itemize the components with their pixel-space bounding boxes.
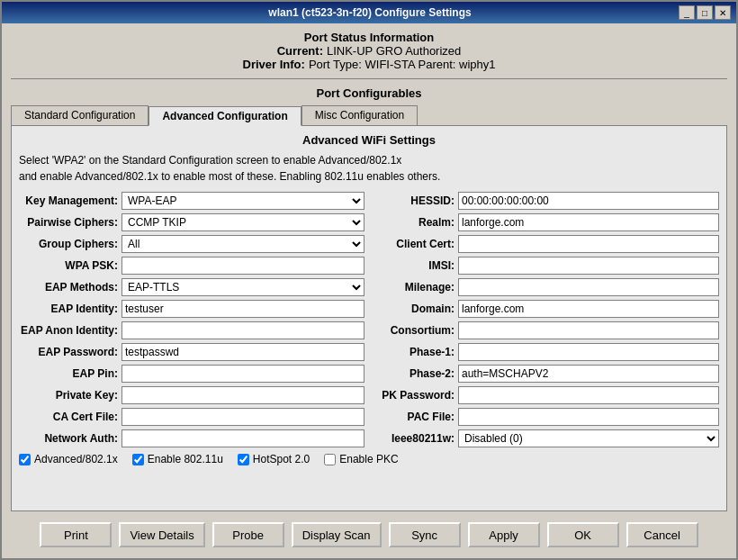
checkboxes-row: Advanced/802.1x Enable 802.11u HotSpot 2… xyxy=(19,453,719,465)
hessid-input[interactable] xyxy=(458,192,719,210)
current-value: LINK-UP GRO Authorized xyxy=(327,44,461,58)
enable-802-11u-label: Enable 802.11u xyxy=(148,453,223,465)
right-col: HESSID: Realm: Client Cert: xyxy=(374,192,719,447)
tab-content-advanced: Advanced WiFi Settings Select 'WPA2' on … xyxy=(11,125,727,511)
display-scan-button[interactable]: Display Scan xyxy=(292,522,382,547)
eap-methods-label: EAP Methods: xyxy=(19,281,118,294)
pac-file-input[interactable] xyxy=(458,408,719,426)
wpa-psk-label: WPA PSK: xyxy=(19,259,118,272)
client-cert-input[interactable] xyxy=(458,235,719,253)
probe-button[interactable]: Probe xyxy=(212,522,284,547)
driver-row: Driver Info: Port Type: WIFI-STA Parent:… xyxy=(11,58,727,71)
close-button[interactable]: ✕ xyxy=(715,5,731,20)
wpa-psk-row: WPA PSK: xyxy=(19,257,364,275)
enable-pkc-checkbox-item[interactable]: Enable PKC xyxy=(324,453,398,465)
private-key-row: Private Key: xyxy=(19,386,364,404)
ieee80211w-label: Ieee80211w: xyxy=(374,432,454,445)
group-ciphers-select[interactable]: All CCMP TKIP xyxy=(122,235,364,253)
pairwise-ciphers-select[interactable]: CCMP TKIP CCMP TKIP xyxy=(122,213,364,231)
eap-password-label: EAP Password: xyxy=(19,346,118,358)
tab-standard[interactable]: Standard Configuration xyxy=(11,105,148,125)
realm-row: Realm: xyxy=(374,213,719,231)
ca-cert-label: CA Cert File: xyxy=(19,411,118,423)
title-bar: wlan1 (ct523-3n-f20) Configure Settings … xyxy=(2,2,736,23)
milenage-label: Milenage: xyxy=(374,281,454,294)
private-key-input[interactable] xyxy=(122,386,364,404)
ieee80211w-row: Ieee80211w: Disabled (0) Optional (1) Re… xyxy=(374,429,719,447)
port-configurables-title: Port Configurables xyxy=(11,86,727,100)
eap-password-input[interactable] xyxy=(122,343,364,361)
tabs-area: Standard Configuration Advanced Configur… xyxy=(11,105,727,511)
milenage-row: Milenage: xyxy=(374,278,719,296)
group-ciphers-wrap: All CCMP TKIP xyxy=(122,235,364,253)
key-management-select[interactable]: WPA-EAP WPA-PSK NONE xyxy=(122,192,364,210)
eap-anon-identity-label: EAP Anon Identity: xyxy=(19,324,118,337)
pk-password-row: PK Password: xyxy=(374,386,719,404)
eap-pin-input[interactable] xyxy=(122,365,364,383)
ieee80211w-select[interactable]: Disabled (0) Optional (1) Required (2) xyxy=(458,429,719,447)
key-management-wrap: WPA-EAP WPA-PSK NONE xyxy=(122,192,364,210)
maximize-button[interactable]: □ xyxy=(697,5,713,20)
network-auth-label: Network Auth: xyxy=(19,432,118,445)
hotspot-2-checkbox-item[interactable]: HotSpot 2.0 xyxy=(238,453,310,465)
hessid-label: HESSID: xyxy=(374,194,454,207)
eap-methods-select[interactable]: EAP-TTLS PEAP TLS xyxy=(122,278,364,296)
enable-802-11u-checkbox[interactable] xyxy=(132,454,144,465)
advanced-802-1x-checkbox[interactable] xyxy=(19,454,31,465)
realm-label: Realm: xyxy=(374,216,454,229)
tab-advanced[interactable]: Advanced Configuration xyxy=(148,106,301,126)
enable-802-11u-checkbox-item[interactable]: Enable 802.11u xyxy=(132,453,223,465)
enable-pkc-checkbox[interactable] xyxy=(324,454,336,465)
imsi-input[interactable] xyxy=(458,257,719,275)
ca-cert-input[interactable] xyxy=(122,408,364,426)
wpa-psk-input[interactable] xyxy=(122,257,364,275)
client-cert-row: Client Cert: xyxy=(374,235,719,253)
driver-value: Port Type: WIFI-STA Parent: wiphy1 xyxy=(309,58,496,71)
bottom-buttons: Print View Details Probe Display Scan Sy… xyxy=(11,517,727,551)
print-button[interactable]: Print xyxy=(40,522,112,547)
cancel-button[interactable]: Cancel xyxy=(626,522,698,547)
phase2-input[interactable] xyxy=(458,365,719,383)
tab-misc[interactable]: Misc Configuration xyxy=(302,105,418,125)
milenage-input[interactable] xyxy=(458,278,719,296)
group-ciphers-label: Group Ciphers: xyxy=(19,238,118,250)
eap-identity-row: EAP Identity: xyxy=(19,300,364,318)
eap-methods-row: EAP Methods: EAP-TTLS PEAP TLS xyxy=(19,278,364,296)
divider-1 xyxy=(11,78,727,79)
ieee80211w-wrap: Disabled (0) Optional (1) Required (2) xyxy=(458,429,719,447)
view-details-button[interactable]: View Details xyxy=(119,522,204,547)
group-ciphers-row: Group Ciphers: All CCMP TKIP xyxy=(19,235,364,253)
window-title: wlan1 (ct523-3n-f20) Configure Settings xyxy=(61,6,679,19)
domain-label: Domain: xyxy=(374,303,454,315)
network-auth-input[interactable] xyxy=(122,429,364,447)
domain-input[interactable] xyxy=(458,300,719,318)
eap-pin-label: EAP Pin: xyxy=(19,367,118,380)
tab-bar: Standard Configuration Advanced Configur… xyxy=(11,105,727,125)
hotspot-2-checkbox[interactable] xyxy=(238,454,249,465)
realm-input[interactable] xyxy=(458,213,719,231)
pairwise-ciphers-label: Pairwise Ciphers: xyxy=(19,216,118,229)
key-management-row: Key Management: WPA-EAP WPA-PSK NONE xyxy=(19,192,364,210)
apply-button[interactable]: Apply xyxy=(468,522,540,547)
hotspot-2-label: HotSpot 2.0 xyxy=(253,453,310,465)
minimize-button[interactable]: _ xyxy=(679,5,695,20)
eap-anon-identity-input[interactable] xyxy=(122,321,364,339)
ok-button[interactable]: OK xyxy=(547,522,619,547)
window-controls: _ □ ✕ xyxy=(679,5,731,20)
port-status-section: Port Status Information Current: LINK-UP… xyxy=(11,31,727,71)
private-key-label: Private Key: xyxy=(19,389,118,402)
fields-container: Key Management: WPA-EAP WPA-PSK NONE xyxy=(19,192,719,447)
eap-password-row: EAP Password: xyxy=(19,343,364,361)
eap-identity-input[interactable] xyxy=(122,300,364,318)
current-label: Current: xyxy=(277,44,323,58)
sync-button[interactable]: Sync xyxy=(389,522,461,547)
consortium-input[interactable] xyxy=(458,321,719,339)
left-col: Key Management: WPA-EAP WPA-PSK NONE xyxy=(19,192,364,447)
phase1-label: Phase-1: xyxy=(374,346,454,358)
pairwise-ciphers-row: Pairwise Ciphers: CCMP TKIP CCMP TKIP xyxy=(19,213,364,231)
pk-password-input[interactable] xyxy=(458,386,719,404)
advanced-802-1x-checkbox-item[interactable]: Advanced/802.1x xyxy=(19,453,118,465)
eap-anon-identity-row: EAP Anon Identity: xyxy=(19,321,364,339)
phase1-input[interactable] xyxy=(458,343,719,361)
port-status-title: Port Status Information xyxy=(11,31,727,44)
